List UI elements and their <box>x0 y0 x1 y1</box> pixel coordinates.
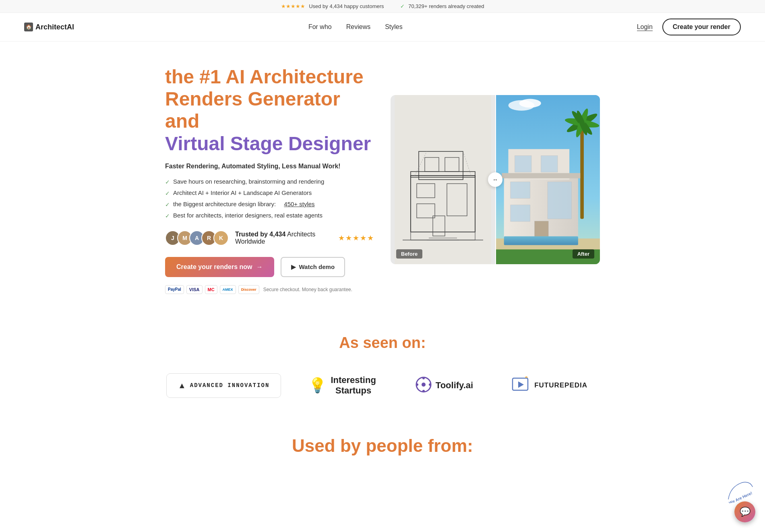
futurepedia-icon: ★ <box>512 377 530 393</box>
svg-point-18 <box>519 99 541 108</box>
discover-icon: Discover <box>238 285 259 294</box>
futurepedia-text: FUTUREPEDIA <box>534 381 587 389</box>
interesting-text: Interesting <box>331 375 376 385</box>
used-by-section: Used by people from: <box>0 420 765 480</box>
futurepedia-icon-container: ★ <box>512 377 530 394</box>
watch-demo-label: Watch demo <box>299 263 335 270</box>
top-banner: ★★★★★ Used by 4,434 happy customers ✓ 70… <box>0 0 765 13</box>
secure-text: Secure checkout. Money back guarantee. <box>263 287 352 292</box>
hero-left: the #1 AI Architecture Renders Generator… <box>165 66 374 294</box>
trust-info: Trusted by 4,434 Architects Worldwide <box>235 231 332 245</box>
svg-rect-35 <box>504 236 578 245</box>
interesting-startups-text-block: Interesting Startups <box>331 375 376 396</box>
before-image: Before <box>391 95 495 264</box>
trust-avatars: J M A R K <box>165 230 229 246</box>
logos-row: ▲ ADVANCED INNOVATION 💡 Interesting Star… <box>24 368 741 404</box>
nav-actions: Login Create your render <box>637 19 741 35</box>
svg-rect-28 <box>511 182 530 199</box>
amex-icon: AMEX <box>220 285 236 294</box>
hero-subtitle: Faster Rendering, Automated Styling, Les… <box>165 163 341 170</box>
startups-text: Startups <box>331 385 376 396</box>
svg-point-40 <box>422 390 425 392</box>
renders-created-text: ✓ 70,329+ renders already created <box>400 3 484 9</box>
login-link[interactable]: Login <box>637 23 653 31</box>
svg-rect-30 <box>548 182 572 219</box>
svg-point-42 <box>429 383 431 386</box>
interesting-startups-logo: 💡 Interesting Startups <box>297 368 387 404</box>
hero-bullets: ✓ Save hours on researching, brainstormi… <box>165 178 374 219</box>
after-label: After <box>573 249 594 259</box>
check-icon-4: ✓ <box>165 213 170 219</box>
used-by-text: Used by 4,434 happy customers <box>309 3 384 9</box>
svg-text:★: ★ <box>524 377 529 379</box>
hero-section: the #1 AI Architecture Renders Generator… <box>141 41 624 310</box>
split-handle[interactable]: ↔ <box>488 172 502 187</box>
mastercard-icon: MC <box>205 285 217 294</box>
advanced-innovation-logo: ▲ ADVANCED INNOVATION <box>166 373 281 398</box>
avatar-5: K <box>213 230 229 246</box>
before-label: Before <box>396 249 422 259</box>
main-nav: 🏠 ArchitectAI For who Reviews Styles Log… <box>0 13 765 41</box>
trust-stars: ★★★★★ <box>338 234 374 242</box>
trusted-by-text: Trusted by 4,434 <box>235 231 285 238</box>
svg-rect-33 <box>541 156 558 172</box>
hero-title-line3: Virtual Stage Designer <box>165 133 371 154</box>
futurepedia-logo: ★ FUTUREPEDIA <box>500 369 599 402</box>
toolify-icon <box>415 376 432 393</box>
toolify-logo: Toolify.ai <box>403 368 484 402</box>
renders-count: 70,329+ renders already created <box>408 3 484 9</box>
bullet-text-3: the Biggest architecture design library: <box>173 201 276 207</box>
bullet-text-2: Architect AI + Interior AI + Landscape A… <box>173 189 312 196</box>
bullet-text-1: Save hours on researching, brainstorming… <box>173 178 324 185</box>
check-icon-1: ✓ <box>165 179 170 185</box>
toolify-circle-container <box>415 376 432 395</box>
nav-styles[interactable]: Styles <box>385 23 403 30</box>
svg-rect-27 <box>502 173 580 178</box>
logo-icon: 🏠 <box>24 23 33 31</box>
logo-link[interactable]: 🏠 ArchitectAI <box>24 23 74 31</box>
nav-cta-button[interactable]: Create your render <box>662 19 741 35</box>
used-by-title: Used by people from: <box>24 436 741 456</box>
nav-links: For who Reviews Styles <box>308 23 403 31</box>
svg-point-41 <box>416 383 418 386</box>
nav-for-who[interactable]: For who <box>308 23 332 30</box>
visa-icon: VISA <box>186 285 203 294</box>
bulb-icon: 💡 <box>308 377 327 394</box>
as-seen-section: As seen on: ▲ ADVANCED INNOVATION 💡 Inte… <box>0 310 765 420</box>
paypal-icon: PayPal <box>165 285 184 294</box>
logo-text: ArchitectAI <box>35 23 74 31</box>
check-icon: ✓ <box>400 3 405 9</box>
play-icon: ▶ <box>291 263 296 271</box>
advanced-innovation-icon: ▲ <box>178 381 186 390</box>
bullet-1: ✓ Save hours on researching, brainstormi… <box>165 178 374 185</box>
banner-stars-text: ★★★★★ Used by 4,434 happy customers <box>281 3 384 9</box>
check-icon-3: ✓ <box>165 201 170 208</box>
styles-link[interactable]: 450+ styles <box>284 201 314 207</box>
svg-point-39 <box>422 377 425 379</box>
hero-right: Before <box>391 95 600 264</box>
nav-reviews[interactable]: Reviews <box>346 23 370 30</box>
payment-row: PayPal VISA MC AMEX Discover Secure chec… <box>165 285 374 294</box>
bullet-2: ✓ Architect AI + Interior AI + Landscape… <box>165 189 374 197</box>
hero-buttons: Create your renders now → ▶ Watch demo <box>165 257 374 277</box>
bullet-4: ✓ Best for architects, interior designer… <box>165 212 374 219</box>
svg-rect-29 <box>511 205 530 221</box>
check-icon-2: ✓ <box>165 190 170 197</box>
bullet-3: ✓ the Biggest architecture design librar… <box>165 201 374 208</box>
svg-marker-44 <box>518 381 524 388</box>
bullet-text-4: Best for architects, interior designers,… <box>173 212 323 219</box>
hero-title-line1: the #1 AI Architecture <box>165 66 364 87</box>
create-renders-label: Create your renders now <box>176 263 252 271</box>
hero-title: the #1 AI Architecture Renders Generator… <box>165 66 374 155</box>
star-icons: ★★★★★ <box>281 3 305 9</box>
create-renders-button[interactable]: Create your renders now → <box>165 257 274 277</box>
trust-row: J M A R K Trusted by 4,434 Architects Wo… <box>165 230 374 246</box>
toolify-text: Toolify.ai <box>436 380 473 391</box>
svg-rect-32 <box>515 156 531 172</box>
arrow-icon: → <box>256 263 263 271</box>
svg-point-38 <box>422 383 426 387</box>
payment-icons: PayPal VISA MC AMEX Discover <box>165 285 259 294</box>
after-image: After <box>495 95 600 264</box>
before-after-image: Before <box>391 95 600 264</box>
watch-demo-button[interactable]: ▶ Watch demo <box>281 257 345 277</box>
